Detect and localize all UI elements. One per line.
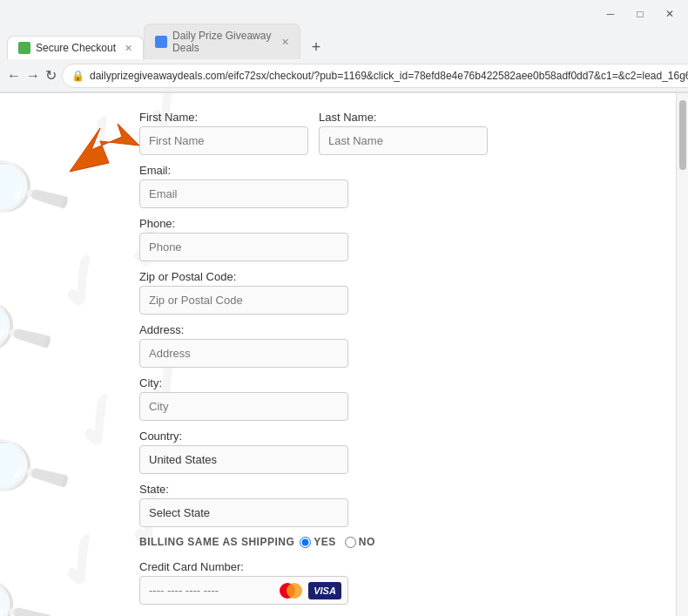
phone-label: Phone: [139,217,488,230]
name-row: First Name: Last Name: [139,111,488,155]
maximize-button[interactable]: □ [629,3,651,25]
title-bar-controls: ─ □ ✕ [599,3,681,25]
tab-lock-icon [18,42,30,54]
tab-label-1: Secure Checkout [36,42,116,54]
back-button[interactable]: ← [7,64,21,87]
city-input[interactable] [139,392,348,421]
billing-same-label: BILLING SAME AS SHIPPING [139,536,294,548]
title-bar: ─ □ ✕ [0,0,688,28]
zip-label: Zip or Postal Code: [139,270,488,283]
tab-close-1[interactable]: ✕ [125,43,132,54]
cc-row: Credit Card Number: VISA [139,560,488,605]
refresh-button[interactable]: ↻ [45,64,57,87]
address-row: Address: [139,323,488,368]
email-label: Email: [139,164,488,177]
form-container: First Name: Last Name: Email: Phone: [0,93,488,616]
new-tab-button[interactable]: + [304,35,328,59]
billing-no-label: NO [345,536,375,548]
name-input-row: First Name: Last Name: [139,111,488,155]
tab-daily-prize[interactable]: Daily Prize Giveaway Deals ✕ [144,24,300,59]
state-row: State: Select State Alabama Alaska Calif… [139,483,488,527]
first-name-input[interactable] [139,126,308,155]
billing-no-text: NO [359,536,375,548]
billing-yes-text: YES [314,536,336,548]
state-select[interactable]: Select State Alabama Alaska California N… [139,498,348,527]
address-label: Address: [139,323,488,336]
email-input[interactable] [139,179,348,208]
minimize-button[interactable]: ─ [599,3,622,25]
country-label: Country: [139,430,488,443]
first-name-col: First Name: [139,111,308,155]
country-row: Country: United States [139,430,488,474]
phone-row: Phone: [139,217,488,261]
address-text: dailyprizegiveawaydeals.com/eifc72sx/che… [90,70,688,82]
email-row: Email: [139,164,488,208]
browser-body: 🔍 ✓ ✓ 🔍 ✓ ✓ 🔍 ✓ ✓ 🔍 ✓ ✓ [0,93,688,616]
page-content: 🔍 ✓ ✓ 🔍 ✓ ✓ 🔍 ✓ ✓ 🔍 ✓ ✓ [0,93,676,616]
billing-yes-label: YES [300,536,336,548]
billing-radio-group: YES NO [300,536,375,548]
zip-input[interactable] [139,286,348,315]
city-label: City: [139,376,488,389]
last-name-col: Last Name: [319,111,488,155]
tab-favicon-2 [155,36,167,48]
cc-input-wrap: VISA [139,576,348,605]
zip-row: Zip or Postal Code: [139,270,488,315]
scrollbar[interactable] [676,93,688,616]
cc-label: Credit Card Number: [139,560,488,573]
mastercard-icon [277,582,305,599]
tab-secure-checkout[interactable]: Secure Checkout ✕ [7,36,144,59]
city-row: City: [139,376,488,421]
billing-yes-radio[interactable] [300,537,311,548]
last-name-label: Last Name: [319,111,488,124]
tabs-bar: Secure Checkout ✕ Daily Prize Giveaway D… [0,28,688,59]
tab-close-2[interactable]: ✕ [281,37,289,48]
billing-no-radio[interactable] [345,537,356,548]
tab-label-2: Daily Prize Giveaway Deals [172,30,273,54]
visa-icon: VISA [308,582,341,599]
address-lock-icon: 🔒 [71,70,84,82]
first-name-label: First Name: [139,111,308,124]
close-button[interactable]: ✕ [658,3,681,25]
last-name-input[interactable] [319,126,488,155]
billing-same-row: BILLING SAME AS SHIPPING YES NO [139,536,488,548]
nav-bar: ← → ↻ 🔒 dailyprizegiveawaydeals.com/eifc… [0,59,688,92]
forward-button[interactable]: → [26,64,40,87]
scrollbar-thumb[interactable] [679,100,686,170]
address-bar[interactable]: 🔒 dailyprizegiveawaydeals.com/eifc72sx/c… [62,64,688,88]
country-select[interactable]: United States [139,445,348,474]
state-label: State: [139,483,488,496]
svg-point-3 [287,583,302,599]
cc-icons: VISA [277,582,341,599]
browser-chrome: ─ □ ✕ Secure Checkout ✕ Daily Prize Give… [0,0,688,93]
address-input[interactable] [139,339,348,368]
phone-input[interactable] [139,233,348,261]
